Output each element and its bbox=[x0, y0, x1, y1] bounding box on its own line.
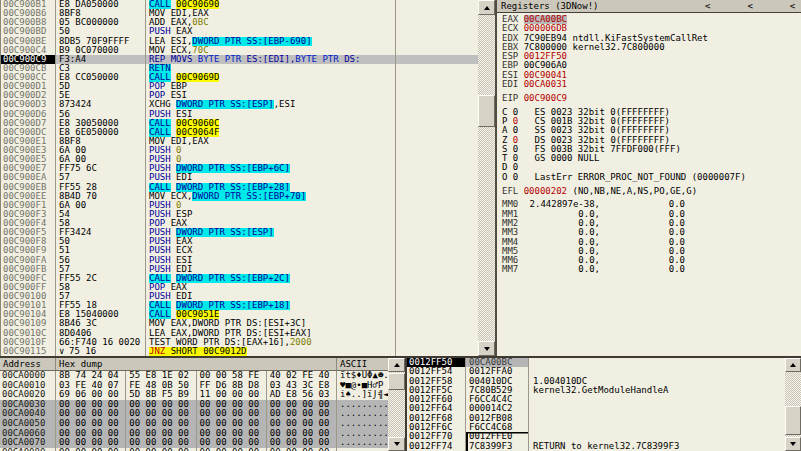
stack-row[interactable]: 0012FF680012FB08 bbox=[407, 414, 785, 423]
disasm-row[interactable]: 00C900E18BF8MOV EDI,EAX bbox=[1, 137, 478, 146]
scroll-up-button[interactable] bbox=[478, 0, 495, 15]
disasm-row[interactable]: 00C900EBFF55 28CALL DWORD PTR SS:[EBP+28… bbox=[1, 183, 478, 192]
disasm-row[interactable]: 00C9010C8D0406LEA EAX,DWORD PTR DS:[ESI+… bbox=[1, 329, 478, 338]
disasm-row[interactable]: 00C900FB57PUSH EDI bbox=[1, 265, 478, 274]
dump-row[interactable]: 00CA001003 FE 40 07FE 48 0B 50FF D6 8B D… bbox=[0, 381, 388, 391]
disasm-row[interactable]: 00C900BE8DB5 70F9FFFFLEA ESI,DWORD PTR S… bbox=[1, 37, 478, 46]
disasm-row[interactable]: 00C900EA57PUSH EDI bbox=[1, 173, 478, 182]
dump-row[interactable]: 00CA002069 06 00 005D 8B F5 B911 00 00 0… bbox=[0, 390, 388, 400]
dump-row[interactable]: 00CA007000 00 00 0000 00 00 0000 00 00 0… bbox=[0, 438, 388, 448]
register-line[interactable]: MM50.0,0.0 bbox=[497, 247, 801, 256]
stack-row[interactable]: 0012FF58004010DC1.004010DC bbox=[407, 377, 785, 386]
hex-dump-pane[interactable]: Address Hex dump ASCII 00CA00008B 74 24 … bbox=[0, 358, 388, 451]
disasm-row[interactable]: 00C900F458POP EAX bbox=[1, 219, 478, 228]
scroll-up-button[interactable] bbox=[388, 358, 405, 372]
disasm-row[interactable]: 00C901098B46 3CMOV EAX,DWORD PTR DS:[ESI… bbox=[1, 319, 478, 328]
scroll-down-button[interactable] bbox=[388, 437, 405, 451]
disassembly-pane[interactable]: 00C900B1E8 DA050000CALL 00C9069000C900B6… bbox=[0, 0, 478, 356]
stack-pane[interactable]: 0012FF5000CA00BC0012FF540012FFA00012FF58… bbox=[407, 358, 785, 451]
disasm-row[interactable]: 00C900D15DPOP EBP bbox=[1, 82, 478, 91]
register-line[interactable]: ESP 0012FF50 bbox=[497, 52, 801, 61]
stack-row[interactable]: 0012FF747C8399F3RETURN to kernel32.7C839… bbox=[407, 442, 785, 451]
disasm-row[interactable]: 00C900F16A 00PUSH 0 bbox=[1, 201, 478, 210]
stack-row[interactable]: 0012FF64000014C2 bbox=[407, 404, 785, 413]
disasm-row[interactable]: 00C900D3873424XCHG DWORD PTR SS:[ESP],ES… bbox=[1, 100, 478, 109]
disasm-row[interactable]: 00C900DCE8 6E050000CALL 00C9064F bbox=[1, 128, 478, 137]
disasm-row[interactable]: 00C900B805 BC000000ADD EAX,0BC bbox=[1, 18, 478, 27]
disasm-row[interactable]: 00C900F354PUSH ESP bbox=[1, 210, 478, 219]
disasm-row[interactable]: 00C900F951PUSH ECX bbox=[1, 246, 478, 255]
register-line[interactable]: ECX 000006DB bbox=[497, 24, 801, 33]
registers-pane[interactable]: Registers (3DNow!) <<< EAX 00CA00BCECX 0… bbox=[497, 0, 801, 356]
register-line[interactable]: D 0 bbox=[497, 163, 801, 172]
disasm-row[interactable]: 00C90115∨75 16JNZ SHORT 00C9012D bbox=[1, 347, 478, 356]
register-line[interactable]: MM30.0,0.0 bbox=[497, 228, 801, 237]
scroll-down-button[interactable] bbox=[478, 341, 495, 356]
register-line[interactable]: EDX 7C90EB94 ntdll.KiFastSystemCallRet bbox=[497, 34, 801, 43]
disasm-row[interactable]: 00C900BD50PUSH EAX bbox=[1, 27, 478, 36]
register-line[interactable]: A 0 SS 0023 32bit 0(FFFFFFFF) bbox=[497, 126, 801, 135]
register-line[interactable]: T 0 GS 0000 NULL bbox=[497, 154, 801, 163]
disasm-row[interactable]: 00C900E56A 00PUSH 0 bbox=[1, 155, 478, 164]
scroll-down-button[interactable] bbox=[785, 437, 801, 451]
disasm-row[interactable]: 00C900CBC3RETN bbox=[1, 64, 478, 73]
register-line[interactable]: P 0 CS 001B 32bit 0(FFFFFFFF) bbox=[497, 117, 801, 126]
register-line[interactable]: MM60.0,0.0 bbox=[497, 256, 801, 265]
disasm-row[interactable]: 00C900F5FF3424PUSH DWORD PTR SS:[ESP] bbox=[1, 228, 478, 237]
disasm-row[interactable]: 00C900E7FF75 6CPUSH DWORD PTR SS:[EBP+6C… bbox=[1, 164, 478, 173]
ascii-column-header[interactable]: ASCII bbox=[337, 358, 388, 370]
disasm-row[interactable]: 00C900E36A 00PUSH 0 bbox=[1, 146, 478, 155]
register-line[interactable]: EBP 00C906A0 bbox=[497, 61, 801, 70]
register-line[interactable]: EAX 00CA00BC bbox=[497, 15, 801, 24]
pane-mark-icon[interactable]: < bbox=[705, 1, 710, 11]
disasm-row[interactable]: 00C900FF58POP EAX bbox=[1, 283, 478, 292]
disasm-row[interactable]: 00C900EE8B4D 70MOV ECX,DWORD PTR SS:[EBP… bbox=[1, 192, 478, 201]
pane-collapse-marks[interactable]: <<< bbox=[705, 0, 801, 12]
disasm-row[interactable]: 00C900D7E8 30050000CALL 00C9060C bbox=[1, 119, 478, 128]
disasm-row[interactable]: 00C900D25EPOP ESI bbox=[1, 91, 478, 100]
address-column-header[interactable]: Address bbox=[0, 358, 56, 370]
scroll-up-button[interactable] bbox=[785, 358, 801, 372]
register-line[interactable]: EIP 00C900C9 bbox=[497, 94, 801, 103]
disasm-row[interactable]: 00C900FA56PUSH ESI bbox=[1, 256, 478, 265]
stack-row[interactable]: 0012FF700012FFE0 bbox=[407, 432, 785, 441]
dump-scrollbar[interactable] bbox=[388, 358, 405, 451]
disasm-row[interactable]: 00C900D656PUSH ESI bbox=[1, 110, 478, 119]
register-line[interactable]: S 0 FS 003B 32bit 7FFDF000(FFF) bbox=[497, 145, 801, 154]
register-line[interactable]: MM10.0,0.0 bbox=[497, 210, 801, 219]
register-line[interactable]: C 0 ES 0023 32bit 0(FFFFFFFF) bbox=[497, 108, 801, 117]
stack-row[interactable]: 0012FF540012FFA0 bbox=[407, 367, 785, 376]
stack-row[interactable]: 0012FF5C7C80B529kernel32.GetModuleHandle… bbox=[407, 386, 785, 395]
stack-row[interactable]: 0012FF6CF6CC4C68 bbox=[407, 423, 785, 432]
register-line[interactable]: MM02.442897e-38,0.0 bbox=[497, 200, 801, 209]
register-line[interactable]: ESI 00C90041 bbox=[497, 71, 801, 80]
dump-row[interactable]: 00CA004000 00 00 0000 00 00 0000 00 00 0… bbox=[0, 409, 388, 419]
disasm-row[interactable]: 00C900F850PUSH EAX bbox=[1, 237, 478, 246]
register-line[interactable]: MM70.0,0.0 bbox=[497, 265, 801, 274]
disasm-row[interactable]: 00C900B68BF8MOV EDI,EAX bbox=[1, 9, 478, 18]
dump-row[interactable]: 00CA006000 00 00 0000 00 00 0000 00 00 0… bbox=[0, 429, 388, 439]
scroll-thumb[interactable] bbox=[388, 373, 405, 390]
scroll-thumb[interactable] bbox=[478, 95, 495, 127]
disasm-row[interactable]: 00C9010F66:F740 16 0020TEST WORD PTR DS:… bbox=[1, 338, 478, 347]
stack-row[interactable]: 0012FF5000CA00BC bbox=[407, 358, 785, 367]
disasm-row[interactable]: 00C900C9F3:A4REP MOVS BYTE PTR ES:[EDI],… bbox=[1, 55, 478, 64]
stack-row[interactable]: 0012FF60F6CC4C4C bbox=[407, 395, 785, 404]
register-line[interactable]: EDI 00CA0031 bbox=[497, 80, 801, 89]
pane-mark-icon[interactable]: < bbox=[790, 1, 795, 11]
disasm-row[interactable]: 00C90104E8 15040000CALL 00C9051E bbox=[1, 310, 478, 319]
disasm-row[interactable]: 00C900C4B9 0C070000MOV ECX,70C bbox=[1, 46, 478, 55]
dump-row[interactable]: 00CA005000 00 00 0000 00 00 0000 00 00 0… bbox=[0, 419, 388, 429]
register-line[interactable]: O 0 LastErr ERROR_PROC_NOT_FOUND (000000… bbox=[497, 173, 801, 182]
disassembly-scrollbar[interactable] bbox=[478, 0, 495, 356]
dump-row[interactable]: 00CA00008B 74 24 0455 E8 1E 0200 00 58 F… bbox=[0, 371, 388, 381]
disasm-row[interactable]: 00C900B1E8 DA050000CALL 00C90690 bbox=[1, 0, 478, 9]
disasm-row[interactable]: 00C900CCE8 CC050000CALL 00C9069D bbox=[1, 73, 478, 82]
register-line[interactable]: EBX 7C800000 kernel32.7C800000 bbox=[497, 43, 801, 52]
disasm-row[interactable]: 00C90101FF55 18CALL DWORD PTR SS:[EBP+18… bbox=[1, 301, 478, 310]
hexdump-column-header[interactable]: Hex dump bbox=[56, 358, 337, 370]
scroll-thumb[interactable] bbox=[785, 406, 801, 435]
dump-row[interactable]: 00CA003000 00 00 0000 00 00 0000 00 00 0… bbox=[0, 400, 388, 410]
register-line[interactable]: MM40.0,0.0 bbox=[497, 238, 801, 247]
pane-mark-icon[interactable]: < bbox=[747, 1, 752, 11]
